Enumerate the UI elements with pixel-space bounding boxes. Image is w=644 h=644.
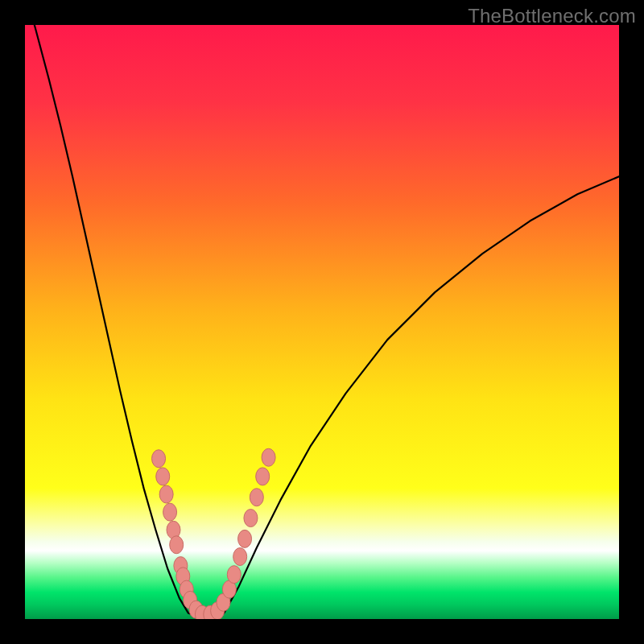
data-marker (250, 489, 263, 506)
data-marker (159, 485, 173, 503)
plot-area (25, 25, 619, 619)
chart-svg (25, 25, 619, 619)
data-marker (256, 468, 270, 485)
data-marker (152, 450, 166, 468)
data-marker (163, 503, 177, 521)
watermark-text: TheBottleneck.com (468, 5, 636, 27)
marker-group (152, 448, 276, 619)
data-marker (227, 566, 241, 584)
curve-path (25, 25, 619, 617)
data-marker (262, 448, 275, 466)
data-marker (233, 548, 247, 566)
data-marker (244, 510, 258, 527)
data-marker (170, 536, 184, 554)
data-marker (156, 468, 170, 485)
data-marker (238, 530, 252, 547)
outer-frame: TheBottleneck.com (0, 0, 644, 644)
